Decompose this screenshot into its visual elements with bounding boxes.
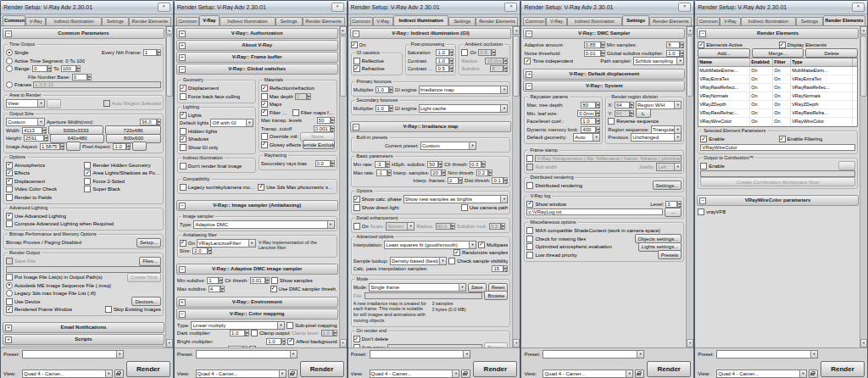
checkbox-sub-pixel-mapping[interactable]: Sub-pixel mapping bbox=[287, 322, 337, 329]
spinner[interactable] bbox=[126, 143, 131, 150]
checkbox-enable[interactable]: Enable bbox=[700, 136, 776, 142]
text-field[interactable] bbox=[61, 65, 76, 72]
text-field[interactable] bbox=[584, 50, 601, 57]
spinner[interactable] bbox=[492, 49, 496, 56]
scrollbar[interactable]: ▲▼ bbox=[512, 26, 520, 347]
spinner-down-icon[interactable] bbox=[601, 53, 605, 57]
spinner[interactable] bbox=[243, 346, 248, 347]
text-field[interactable] bbox=[581, 118, 596, 125]
spinner-down-icon[interactable] bbox=[386, 164, 390, 168]
scroll-up-icon[interactable]: ▲ bbox=[340, 26, 347, 35]
spinner-down-icon[interactable] bbox=[504, 61, 508, 64]
dropdown-adaptive-dmc[interactable]: Adaptive DMC▼ bbox=[193, 220, 334, 229]
expand-icon[interactable]: + bbox=[179, 42, 186, 49]
radio-active-time-segment[interactable]: Active Time Segment: bbox=[6, 58, 64, 64]
spinner-down-icon[interactable] bbox=[449, 61, 453, 64]
spinner-down-icon[interactable] bbox=[442, 173, 446, 176]
spinner[interactable] bbox=[331, 125, 335, 132]
dropdown-unchanged[interactable]: Unchanged▼ bbox=[631, 133, 682, 142]
text-field[interactable] bbox=[375, 161, 386, 168]
checkbox-rendered-frame-window[interactable]: Rendered Frame Window bbox=[6, 306, 103, 313]
radio-single[interactable]: Single bbox=[6, 49, 29, 56]
spinner[interactable] bbox=[60, 143, 64, 150]
checkbox-max-compatible-shadecontext-work-in-camera-space[interactable]: MAX-compatible ShadeContext (work in cam… bbox=[526, 227, 660, 234]
checkbox-filter-maps-for-gi[interactable]: Filter maps for GI bbox=[292, 109, 335, 116]
rollout-header[interactable]: +Assign Renderer bbox=[3, 346, 164, 347]
tab-settings[interactable]: Settings bbox=[275, 17, 303, 25]
button-override-exclude[interactable]: Override Exclude... bbox=[303, 140, 334, 149]
checkbox-elements-active[interactable]: Elements Active bbox=[698, 42, 776, 48]
spinner[interactable] bbox=[438, 161, 442, 168]
spinner[interactable] bbox=[630, 102, 634, 108]
expand-icon[interactable]: + bbox=[526, 71, 532, 78]
checkbox-optimized-atmospheric-evaluation[interactable]: Optimized atmospheric evaluation bbox=[526, 243, 636, 250]
radio-frames[interactable]: Frames bbox=[6, 81, 31, 88]
text-field[interactable] bbox=[192, 247, 208, 254]
dropdown-triangulation[interactable]: Triangulation▼ bbox=[651, 125, 682, 134]
spinner[interactable] bbox=[47, 65, 52, 72]
tab-common[interactable]: Common bbox=[350, 17, 373, 25]
spinner-down-icon[interactable] bbox=[245, 333, 249, 336]
scroll-down-icon[interactable]: ▼ bbox=[166, 339, 173, 347]
spinner-down-icon[interactable] bbox=[630, 105, 634, 108]
view-lock-icon[interactable] bbox=[461, 370, 470, 378]
tab-common[interactable]: Common bbox=[697, 17, 720, 25]
scroll-up-icon[interactable]: ▲ bbox=[513, 26, 520, 35]
text-field[interactable] bbox=[489, 223, 501, 230]
frame-stamp-text-field[interactable] bbox=[535, 155, 682, 162]
preset-dropdown[interactable]: ▼ bbox=[196, 350, 298, 359]
checkbox-vrayvfb[interactable]: vrayVFB bbox=[698, 208, 726, 215]
render-element-row[interactable]: VRayExtraTexOnOnVRayExtraTex bbox=[698, 75, 857, 84]
tab-render-elements[interactable]: Render Elements bbox=[129, 17, 171, 25]
spinner[interactable] bbox=[208, 247, 212, 254]
dropdown-linear-multiply[interactable]: Linear multiply▼ bbox=[191, 321, 284, 330]
pixel-aspect-lock-button[interactable] bbox=[132, 142, 147, 151]
checkbox-show-samples[interactable]: Show samples bbox=[271, 277, 313, 284]
output-path-field[interactable] bbox=[6, 266, 161, 273]
tab-v-ray[interactable]: V-Ray bbox=[546, 17, 566, 25]
spinner-down-icon[interactable] bbox=[44, 138, 48, 142]
scroll-down-icon[interactable]: ▼ bbox=[340, 339, 347, 347]
spinner-down-icon[interactable] bbox=[677, 204, 682, 208]
rollout-header[interactable]: +V-Ray:: Environment bbox=[176, 297, 338, 308]
checkbox-auto-region-selected[interactable]: Auto Region Selected bbox=[103, 100, 161, 107]
spinner[interactable] bbox=[630, 110, 634, 117]
spinner[interactable] bbox=[331, 117, 335, 124]
checkbox-display-elements[interactable]: Display Elements bbox=[779, 42, 858, 48]
tab-settings[interactable]: Settings bbox=[448, 17, 476, 25]
scrollbar[interactable]: ▲▼ bbox=[686, 26, 693, 347]
checkbox-compute-advanced-lighting-when-required[interactable]: Compute Advanced Lighting when Required bbox=[6, 220, 114, 227]
text-field[interactable] bbox=[581, 126, 596, 133]
button-merge[interactable]: Merge... bbox=[752, 48, 804, 58]
tab-common[interactable]: Common bbox=[523, 17, 546, 25]
close-icon[interactable]: × bbox=[852, 3, 865, 12]
checkbox-don-t-render-final-image[interactable]: Don't render final image bbox=[180, 163, 242, 170]
tab-v-ray[interactable]: V-Ray bbox=[373, 17, 393, 25]
spinner-down-icon[interactable] bbox=[208, 251, 212, 254]
text-field[interactable] bbox=[478, 49, 492, 56]
render-element-row[interactable]: VRayZDepthOnOnVRayZDepth bbox=[698, 101, 857, 109]
button-create-combustion-workspace-now[interactable]: Create Combustion Workspace Now bbox=[700, 177, 855, 186]
scroll-up-icon[interactable]: ▲ bbox=[166, 26, 173, 35]
combustion-path-field[interactable] bbox=[700, 170, 855, 177]
spinner-down-icon[interactable] bbox=[504, 269, 508, 272]
tab-settings[interactable]: Settings bbox=[622, 15, 649, 25]
spinner[interactable] bbox=[481, 161, 486, 168]
render-element-row[interactable]: MultiMatteEleme...OnOnMultiMatteElem... bbox=[698, 67, 857, 75]
checkbox-don-t-delete[interactable]: Don't delete bbox=[353, 336, 389, 342]
checkbox-show-window[interactable]: Show window bbox=[526, 201, 566, 208]
view-lock-icon[interactable] bbox=[809, 370, 818, 378]
text-field[interactable] bbox=[24, 135, 44, 142]
button-delete[interactable]: Delete bbox=[805, 48, 858, 58]
collapse-icon[interactable]: − bbox=[5, 31, 12, 37]
spinner[interactable] bbox=[76, 65, 81, 72]
frame-stamp-enable-checkbox[interactable] bbox=[526, 155, 533, 162]
spinner-down-icon[interactable] bbox=[265, 281, 270, 284]
checkbox-render-hidden-geometry[interactable]: Render Hidden Geometry bbox=[84, 162, 160, 169]
spinner[interactable] bbox=[42, 127, 47, 134]
spinner[interactable] bbox=[504, 58, 508, 64]
collapse-icon[interactable]: − bbox=[179, 203, 186, 209]
text-field[interactable] bbox=[666, 50, 680, 57]
scroll-down-icon[interactable]: ▼ bbox=[860, 339, 867, 347]
spinner[interactable] bbox=[677, 201, 682, 208]
